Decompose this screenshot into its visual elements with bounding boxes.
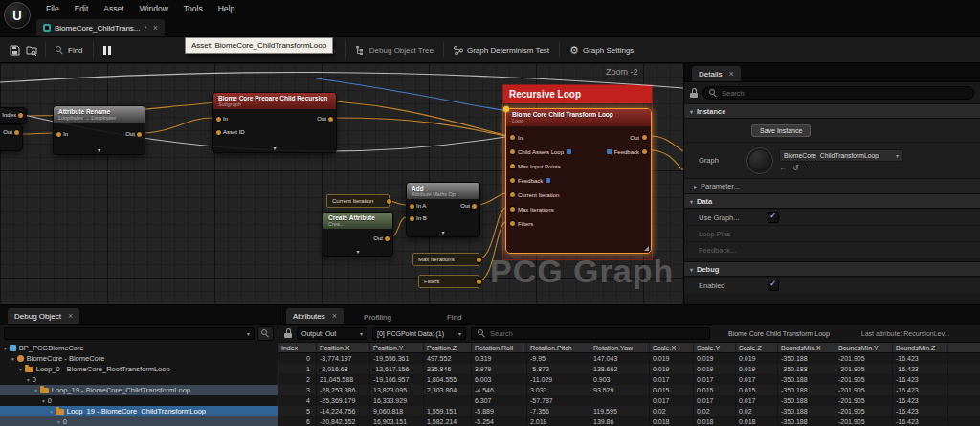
- output-pin[interactable]: Out: [317, 116, 333, 122]
- details-searchbox[interactable]: [702, 86, 974, 100]
- column-header[interactable]: Scale.X: [650, 343, 694, 352]
- loop-input-pin[interactable]: Current Iteration: [510, 188, 571, 202]
- node-clipped-out[interactable]: Out ▾: [0, 124, 23, 151]
- details-search-input[interactable]: [722, 89, 968, 98]
- attributes-search-input[interactable]: [490, 329, 703, 338]
- tree-item[interactable]: ▾BiomeCore - BiomeCore: [0, 353, 278, 364]
- section-instance[interactable]: ▾ Instance: [684, 103, 980, 119]
- input-pin[interactable]: In: [216, 116, 228, 122]
- tree-item[interactable]: ▾Loop_0 - BiomeCore_RootTransformLoop: [0, 364, 278, 374]
- save-icon[interactable]: [6, 41, 23, 58]
- column-header[interactable]: Position.X: [317, 343, 370, 352]
- loop-input-pin[interactable]: Max Input Points: [510, 159, 571, 173]
- column-header[interactable]: BoundsMin.X: [778, 343, 835, 352]
- pin-icon[interactable]: [477, 280, 481, 284]
- tab-attributes[interactable]: Attributes×: [286, 308, 344, 324]
- expand-arrow-icon[interactable]: ▾: [4, 346, 7, 351]
- table-row[interactable]: 6-20,842.55216,903.1511,582.214-5.2542.0…: [278, 416, 980, 426]
- attributes-searchbox[interactable]: [471, 327, 710, 340]
- use-selected-icon[interactable]: ←: [779, 165, 787, 172]
- pause-button[interactable]: [99, 41, 116, 58]
- menu-item-help[interactable]: Help: [211, 4, 242, 13]
- expand-arrow-icon[interactable]: ▾: [50, 409, 53, 415]
- output-pin[interactable]: Index: [2, 112, 23, 118]
- debug-object-dropdown[interactable]: ▾: [4, 327, 255, 340]
- browse-asset-icon[interactable]: [23, 41, 40, 58]
- column-header[interactable]: Rotation.Roll: [472, 343, 527, 352]
- pin-icon[interactable]: [477, 258, 481, 262]
- expand-arrow-icon[interactable]: ▾: [11, 356, 14, 362]
- graph-asset-dropdown[interactable]: BiomeCore_ChildTransformLoop ▾: [779, 149, 903, 162]
- loop-output-pin[interactable]: Out: [607, 130, 647, 145]
- column-header[interactable]: Position.Y: [370, 343, 424, 352]
- graph-determinism-test-button[interactable]: Graph Determinism Test: [449, 46, 554, 55]
- node-attribute-rename[interactable]: Attribute Rename LoopIndex → LoopIndex I…: [53, 105, 145, 155]
- reset-icon[interactable]: ↺: [792, 165, 799, 172]
- node-clipped-index[interactable]: Index: [0, 107, 27, 124]
- tab-details[interactable]: Details ×: [692, 66, 741, 81]
- tab-debug-object[interactable]: Debug Object ×: [8, 308, 79, 324]
- node-prepare-child-recursion[interactable]: Biome Core Prepare Child Recursion Subgr…: [212, 92, 337, 153]
- close-icon[interactable]: ×: [68, 312, 73, 321]
- input-pin[interactable]: Asset ID: [216, 129, 245, 135]
- close-icon[interactable]: ×: [153, 24, 158, 33]
- node-max-iterations-getter[interactable]: Max Iterations: [412, 253, 479, 266]
- table-row[interactable]: 4-25,369.17916,333.9296.307-57.7870.0170…: [278, 395, 980, 406]
- menu-item-file[interactable]: File: [38, 4, 67, 13]
- asset-tab[interactable]: BiomeCore_ChildTrans... * ×: [36, 19, 165, 36]
- node-current-iteration-getter[interactable]: Current Iteration: [326, 194, 390, 208]
- pin-icon[interactable]: [387, 199, 391, 204]
- node-child-transform-loop[interactable]: Biome Core Child Transform Loop Loop InC…: [505, 108, 652, 254]
- tab-profiling[interactable]: Profiling: [357, 311, 398, 324]
- section-debug[interactable]: ▾ Debug: [684, 261, 980, 277]
- column-header[interactable]: Rotation.Pitch: [527, 343, 590, 352]
- use-graph-checkbox[interactable]: [768, 212, 779, 223]
- node-filters-getter[interactable]: Filters: [418, 275, 479, 288]
- column-header[interactable]: Position.Z: [424, 343, 472, 352]
- column-header[interactable]: Scale.Y: [694, 343, 736, 352]
- browse-debug-object-button[interactable]: [257, 326, 274, 341]
- tree-item[interactable]: ▾Loop_19 - BiomeCore_ChildTransformLoop: [0, 385, 278, 395]
- tree-item[interactable]: ▾BP_PCGBiomeCore: [0, 343, 278, 353]
- lock-icon[interactable]: [690, 88, 698, 98]
- tree-item[interactable]: ▾0: [0, 374, 278, 385]
- menu-item-edit[interactable]: Edit: [67, 4, 97, 13]
- column-header[interactable]: Rotation.Yaw: [590, 343, 650, 352]
- tree-item[interactable]: ▾0: [0, 416, 278, 426]
- output-pin[interactable]: Out: [373, 235, 390, 241]
- output-pin[interactable]: Out: [3, 129, 19, 135]
- tree-item[interactable]: ▾Loop_19 - BiomeCore_ChildTransformLoop: [0, 406, 278, 416]
- more-options-icon[interactable]: ⋯: [805, 165, 813, 172]
- node-create-attribute[interactable]: Create Attribute Crea... Out ▾: [323, 212, 393, 257]
- table-row[interactable]: 1-2,016.68-12,617.156335.8463.979-5.8721…: [278, 364, 980, 374]
- column-header[interactable]: Index: [278, 343, 317, 352]
- loop-input-pin[interactable]: In: [510, 130, 571, 145]
- loop-input-pin[interactable]: Max Iterations: [510, 202, 571, 216]
- output-pin[interactable]: Out: [460, 203, 477, 209]
- table-row[interactable]: 3-28,253.38613,823.0952,303.804-4.5463.0…: [278, 385, 980, 395]
- menu-item-asset[interactable]: Asset: [96, 4, 131, 13]
- close-icon[interactable]: ×: [728, 70, 733, 78]
- loop-input-pin[interactable]: Feedback: [510, 173, 571, 188]
- graph-thumbnail[interactable]: [746, 147, 773, 174]
- input-pin[interactable]: In: [56, 131, 68, 137]
- expand-arrow-icon[interactable]: ▾: [27, 377, 30, 383]
- resize-handle[interactable]: [644, 246, 649, 251]
- chevron-down-icon[interactable]: ▾: [273, 146, 276, 152]
- parameter-category[interactable]: ▸ Parameter...: [684, 178, 980, 193]
- close-icon[interactable]: ×: [332, 312, 337, 321]
- node-add[interactable]: Add Attribute Maths Op In A In B Out ▾: [406, 182, 480, 237]
- expand-arrow-icon[interactable]: ▾: [57, 419, 60, 425]
- graph-canvas[interactable]: Zoom -2 PCG Graph Index Out: [0, 63, 684, 304]
- tab-find[interactable]: Find: [440, 311, 469, 324]
- output-pin[interactable]: Out: [125, 131, 142, 137]
- chevron-down-icon[interactable]: ▾: [441, 230, 444, 236]
- column-header[interactable]: Scale.Z: [736, 343, 778, 352]
- table-row[interactable]: 0-3,774.197-19,556.361497.5520.319-9.951…: [278, 353, 980, 364]
- tree-item[interactable]: ▾0: [0, 395, 278, 406]
- loop-output-pin[interactable]: Feedback: [607, 145, 647, 159]
- menu-item-tools[interactable]: Tools: [176, 4, 211, 13]
- column-header[interactable]: BoundsMin.Z: [893, 343, 948, 352]
- expand-arrow-icon[interactable]: ▾: [19, 367, 22, 372]
- find-button[interactable]: Find: [51, 46, 88, 55]
